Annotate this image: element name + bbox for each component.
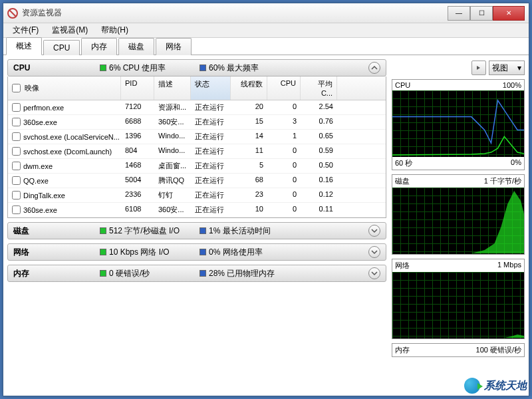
menu-file[interactable]: 文件(F): [6, 23, 45, 37]
col-pid[interactable]: PID: [121, 76, 154, 100]
chevron-down-icon: [371, 270, 378, 277]
row-checkbox[interactable]: [12, 191, 21, 200]
table-row[interactable]: QQ.exe5004腾讯QQ正在运行6800.16: [8, 174, 386, 188]
view-dropdown[interactable]: 视图▾: [489, 61, 525, 75]
minimize-button[interactable]: —: [448, 6, 470, 21]
mem-used-color: [200, 270, 206, 277]
row-checkbox[interactable]: [12, 118, 21, 126]
row-checkbox[interactable]: [12, 205, 21, 214]
row-checkbox[interactable]: [12, 176, 21, 185]
maximize-button[interactable]: ☐: [470, 6, 493, 21]
process-table: 映像 PID 描述 状态 线程数 CPU 平均 C... perfmon.exe…: [7, 76, 386, 218]
tab-disk[interactable]: 磁盘: [118, 38, 154, 55]
col-desc[interactable]: 描述: [154, 76, 191, 100]
dropdown-arrow-icon: ▾: [517, 63, 521, 72]
cell-desc: 钉钉: [154, 188, 191, 202]
cell-threads: 10: [231, 203, 267, 217]
table-row[interactable]: perfmon.exe7120资源和...正在运行2002.54: [8, 100, 386, 115]
row-checkbox[interactable]: [12, 147, 21, 156]
cpu-freq-stat: 60% 最大频率: [200, 63, 299, 74]
cell-desc: 360安...: [154, 115, 191, 129]
col-avg[interactable]: 平均 C...: [301, 76, 337, 100]
graph-nav-button[interactable]: [471, 61, 486, 75]
col-cpu[interactable]: CPU: [267, 76, 301, 100]
disk-expand-button[interactable]: [368, 225, 380, 237]
view-label: 视图: [492, 63, 508, 74]
network-expand-button[interactable]: [368, 246, 380, 258]
titlebar[interactable]: 资源监视器 — ☐ ✕: [3, 3, 529, 23]
svg-marker-3: [392, 334, 524, 338]
svg-line-1: [9, 10, 16, 17]
tab-overview[interactable]: 概述: [6, 37, 42, 55]
right-toolbar: 视图▾: [392, 59, 525, 76]
tab-network[interactable]: 网络: [156, 38, 192, 55]
row-checkbox[interactable]: [12, 132, 21, 141]
disk-io-color: [100, 227, 106, 234]
tab-cpu[interactable]: CPU: [43, 40, 80, 55]
cell-cpu: 0: [267, 159, 301, 173]
graph-net-title: 网络: [395, 261, 410, 271]
graph-net-canvas: [392, 272, 524, 338]
cpu-freq-text: 60% 最大频率: [209, 63, 259, 74]
cell-pid: 1468: [121, 159, 154, 173]
table-row[interactable]: DingTalk.exe2336钉钉正在运行2300.12: [8, 188, 386, 203]
table-row[interactable]: 360se.exe6688360安...正在运行1530.76: [8, 115, 386, 130]
menu-monitor[interactable]: 监视器(M): [45, 23, 94, 37]
cell-image: DingTalk.exe: [8, 188, 121, 202]
mem-label: 内存: [13, 268, 100, 279]
cpu-usage-color: [100, 65, 106, 71]
graph-network: 网络1 Mbps: [392, 259, 525, 339]
table-row[interactable]: svchost.exe (DcomLaunch)804Windo...正在运行1…: [8, 144, 386, 159]
watermark: 系统天地: [464, 378, 527, 394]
tab-memory[interactable]: 内存: [81, 38, 117, 55]
cell-pid: 1396: [121, 130, 154, 144]
cpu-usage-stat: 6% CPU 使用率: [100, 63, 200, 74]
chevron-down-icon: [371, 227, 378, 234]
col-image[interactable]: 映像: [8, 76, 121, 100]
cell-cpu: 1: [267, 130, 301, 144]
left-panel: CPU 6% CPU 使用率 60% 最大频率 映像: [7, 59, 386, 392]
cpu-section: CPU 6% CPU 使用率 60% 最大频率 映像: [7, 59, 386, 218]
net-util-stat: 0% 网络使用率: [200, 247, 299, 258]
cell-pid: 2336: [121, 188, 154, 202]
cell-image: QQ.exe: [8, 174, 121, 188]
col-status[interactable]: 状态: [191, 76, 231, 100]
cell-status: 正在运行: [191, 100, 231, 114]
disk-header[interactable]: 磁盘 512 字节/秒磁盘 I/O 1% 最长活动时间: [7, 222, 386, 239]
network-header[interactable]: 网络 10 Kbps 网络 I/O 0% 网络使用率: [7, 243, 386, 261]
row-checkbox[interactable]: [12, 103, 21, 112]
cell-threads: 15: [231, 115, 267, 129]
cpu-collapse-button[interactable]: [368, 62, 380, 74]
cell-avg: 2.54: [301, 100, 337, 114]
cpu-header[interactable]: CPU 6% CPU 使用率 60% 最大频率: [7, 59, 386, 76]
row-checkbox[interactable]: [12, 162, 21, 170]
cell-image: perfmon.exe: [8, 100, 121, 114]
net-io-color: [100, 249, 106, 255]
memory-expand-button[interactable]: [368, 267, 380, 279]
cell-image: svchost.exe (LocalServiceN...: [8, 130, 121, 144]
cell-desc: Windo...: [154, 144, 191, 158]
table-row[interactable]: 360se.exe6108360安...正在运行1000.11: [8, 203, 386, 217]
cell-threads: 20: [231, 100, 267, 114]
tabbar: 概述 CPU 内存 磁盘 网络: [3, 38, 529, 55]
cell-desc: 桌面窗...: [154, 159, 191, 173]
cell-avg: 0.11: [301, 203, 337, 217]
menu-help[interactable]: 帮助(H): [94, 23, 135, 37]
cell-image: 360se.exe: [8, 203, 121, 217]
close-button[interactable]: ✕: [493, 6, 525, 21]
cell-threads: 23: [231, 188, 267, 202]
col-threads[interactable]: 线程数: [231, 76, 267, 100]
cell-status: 正在运行: [191, 144, 231, 158]
right-panel: 视图▾ CPU100% 60 秒0% 磁盘1 千字节/秒 网络1 Mbps 内存…: [392, 59, 525, 392]
select-all-checkbox[interactable]: [12, 84, 21, 92]
cell-desc: 360安...: [154, 203, 191, 217]
mem-used-stat: 28% 已用物理内存: [200, 268, 299, 279]
window-title: 资源监视器: [22, 7, 448, 19]
cpu-label: CPU: [13, 63, 100, 72]
graph-cpu-title: CPU: [395, 81, 410, 89]
col-image-label: 映像: [25, 83, 39, 93]
memory-header[interactable]: 内存 0 硬错误/秒 28% 已用物理内存: [7, 265, 386, 282]
table-row[interactable]: svchost.exe (LocalServiceN...1396Windo..…: [8, 130, 386, 144]
table-row[interactable]: dwm.exe1468桌面窗...正在运行500.50: [8, 159, 386, 174]
graph-memory: 内存100 硬错误/秒: [392, 343, 525, 357]
